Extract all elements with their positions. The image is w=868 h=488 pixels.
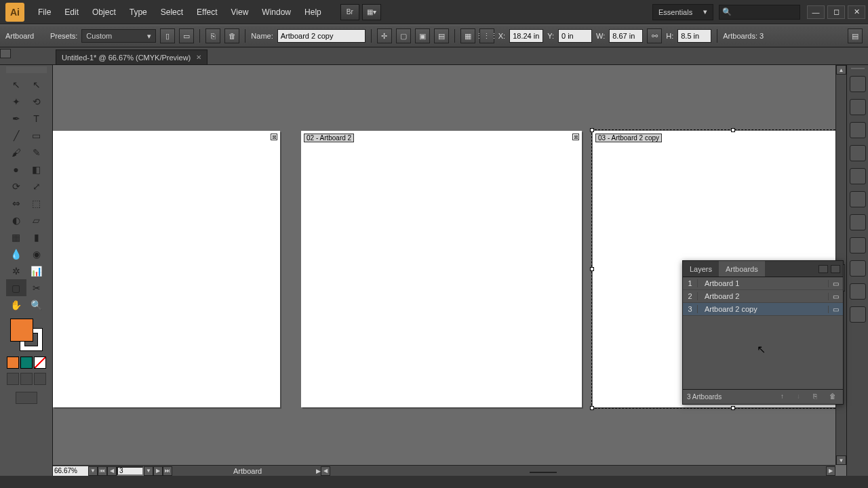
- fill-swatch[interactable]: [10, 319, 33, 342]
- menu-help[interactable]: Help: [298, 5, 328, 20]
- shape-builder-tool[interactable]: ◐: [6, 211, 26, 228]
- dock-collapse-handle[interactable]: [0, 49, 11, 58]
- zoom-dropdown-icon[interactable]: ▼: [88, 466, 98, 476]
- h-scroll-left-icon[interactable]: ◀: [321, 466, 330, 476]
- rotate-tool[interactable]: ⟳: [6, 178, 26, 195]
- menu-edit[interactable]: Edit: [58, 5, 85, 20]
- panel-menu-button[interactable]: ▤: [848, 28, 863, 43]
- help-search[interactable]: 🔍: [719, 5, 800, 20]
- panel-menu-icon[interactable]: [831, 265, 840, 273]
- artboard-options-icon[interactable]: ▭: [828, 280, 843, 287]
- transparency-panel-icon[interactable]: [850, 214, 866, 230]
- screen-mode-button[interactable]: [16, 392, 37, 404]
- zoom-level-input[interactable]: 66.67%: [53, 466, 88, 476]
- status-dropdown-icon[interactable]: ▶: [316, 468, 321, 474]
- workspace-switcher[interactable]: Essentials▾: [652, 4, 713, 20]
- w-input[interactable]: [609, 29, 643, 43]
- artboard-tool[interactable]: ▢: [6, 279, 26, 296]
- close-button[interactable]: ✕: [848, 5, 865, 19]
- eyedropper-tool[interactable]: 💧: [6, 245, 26, 262]
- artboard-row[interactable]: 1 Artboard 1 ▭: [683, 277, 843, 290]
- draw-normal-button[interactable]: [7, 373, 19, 385]
- artboard-options-icon[interactable]: ▭: [828, 293, 843, 300]
- gradient-mode-swatch[interactable]: [20, 357, 33, 369]
- artboards-tab[interactable]: Artboards: [719, 261, 765, 277]
- perspective-tool[interactable]: ▱: [26, 211, 47, 228]
- orientation-landscape-button[interactable]: ▭: [179, 28, 194, 43]
- free-transform-tool[interactable]: ⬚: [26, 195, 47, 211]
- resize-handle[interactable]: [731, 128, 735, 132]
- blend-tool[interactable]: ◉: [26, 245, 47, 262]
- artboard-row[interactable]: 2 Artboard 2 ▭: [683, 290, 843, 303]
- artboard-options-icon[interactable]: ▭: [828, 306, 843, 313]
- artboard-row[interactable]: 3 Artboard 2 copy ▭: [683, 303, 843, 316]
- magic-wand-tool[interactable]: ✦: [6, 93, 26, 110]
- nav-dropdown-icon[interactable]: ▼: [144, 466, 153, 476]
- artboard-name-input[interactable]: [277, 29, 366, 43]
- panel-collapse-icon[interactable]: [818, 265, 828, 273]
- gradient-tool[interactable]: ▮: [26, 228, 47, 245]
- x-input[interactable]: [509, 29, 543, 43]
- dock-collapse-icon[interactable]: [851, 68, 865, 69]
- resize-handle[interactable]: [590, 406, 594, 410]
- scroll-up-icon[interactable]: ▲: [836, 65, 846, 75]
- graph-tool[interactable]: 📊: [26, 262, 47, 279]
- draw-inside-button[interactable]: [34, 373, 46, 385]
- move-up-icon[interactable]: ↑: [781, 392, 790, 402]
- color-mode-swatch[interactable]: [7, 357, 19, 369]
- document-tab[interactable]: Untitled-1* @ 66.67% (CMYK/Preview) ✕: [56, 49, 208, 64]
- lasso-tool[interactable]: ⟲: [26, 93, 47, 110]
- h-scroll-right-icon[interactable]: ▶: [826, 466, 835, 476]
- menu-object[interactable]: Object: [85, 5, 123, 20]
- bridge-button[interactable]: Br: [340, 4, 359, 20]
- slice-tool[interactable]: ✂: [26, 279, 47, 296]
- move-down-icon[interactable]: ↓: [797, 392, 806, 402]
- pen-tool[interactable]: ✒: [6, 110, 26, 127]
- none-mode-swatch[interactable]: [34, 357, 46, 369]
- color-panel-icon[interactable]: [850, 76, 866, 92]
- layers-panel-icon[interactable]: [850, 283, 866, 300]
- symbols-panel-icon[interactable]: [850, 145, 866, 161]
- menu-window[interactable]: Window: [255, 5, 298, 20]
- options-button-3[interactable]: ▤: [434, 28, 449, 43]
- delete-artboard-button[interactable]: 🗑: [224, 28, 239, 43]
- blob-brush-tool[interactable]: ●: [6, 161, 26, 178]
- h-scroll-thumb[interactable]: [530, 472, 557, 473]
- reference-point-button[interactable]: ▦: [460, 28, 475, 43]
- new-artboard-icon[interactable]: ⎘: [813, 392, 823, 402]
- scale-tool[interactable]: ⤢: [26, 178, 47, 195]
- options-button-2[interactable]: ▣: [415, 28, 430, 43]
- symbol-sprayer-tool[interactable]: ✲: [6, 262, 26, 279]
- nav-next-icon[interactable]: ▶: [153, 466, 163, 476]
- menu-select[interactable]: Select: [154, 5, 190, 20]
- resize-handle[interactable]: [590, 128, 594, 132]
- link-wh-button[interactable]: ⚯: [647, 28, 662, 43]
- presets-dropdown[interactable]: Custom▾: [81, 29, 156, 43]
- nav-prev-icon[interactable]: ◀: [107, 466, 117, 476]
- artboard-1[interactable]: ⊠: [53, 131, 280, 407]
- width-tool[interactable]: ⇔: [6, 195, 26, 211]
- move-artwork-toggle[interactable]: ✢: [377, 28, 392, 43]
- swatches-panel-icon[interactable]: [850, 99, 866, 115]
- maximize-button[interactable]: ◻: [827, 5, 845, 19]
- delete-artboard-icon[interactable]: 🗑: [829, 392, 839, 402]
- draw-behind-button[interactable]: [20, 373, 33, 385]
- paintbrush-tool[interactable]: 🖌: [6, 144, 26, 161]
- menu-type[interactable]: Type: [123, 5, 154, 20]
- hand-tool[interactable]: ✋: [6, 296, 26, 313]
- scroll-down-icon[interactable]: ▼: [836, 455, 846, 465]
- stroke-panel-icon[interactable]: [850, 168, 866, 184]
- mesh-tool[interactable]: ▦: [6, 228, 26, 245]
- selection-tool[interactable]: ↖: [6, 76, 26, 93]
- fill-stroke-swatch[interactable]: [10, 319, 43, 351]
- reference-grid[interactable]: ⋮⋮⋮: [479, 28, 494, 43]
- minimize-button[interactable]: —: [807, 5, 825, 19]
- artboard-nav-input[interactable]: [117, 466, 144, 476]
- graphic-styles-panel-icon[interactable]: [850, 260, 866, 277]
- close-tab-icon[interactable]: ✕: [196, 54, 201, 61]
- direct-selection-tool[interactable]: ↖: [26, 76, 47, 93]
- row-name[interactable]: Artboard 1: [698, 279, 828, 287]
- new-artboard-button[interactable]: ⎘: [205, 28, 220, 43]
- resize-handle[interactable]: [590, 267, 594, 271]
- nav-first-icon[interactable]: ⏮: [98, 466, 107, 476]
